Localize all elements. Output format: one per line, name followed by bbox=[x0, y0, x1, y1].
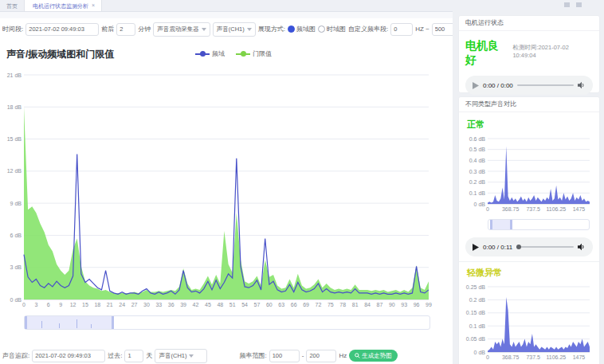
radio-selected-icon bbox=[288, 25, 295, 33]
player-progress[interactable] bbox=[516, 246, 574, 248]
radio-frequency-domain[interactable]: 频域图 bbox=[288, 25, 316, 33]
svg-text:72: 72 bbox=[316, 302, 322, 307]
normal-datazoom-slider[interactable] bbox=[488, 219, 590, 230]
svg-text:66: 66 bbox=[291, 302, 297, 307]
svg-text:1475: 1475 bbox=[573, 354, 586, 360]
query-toolbar: 时间段: 前后 分钟 声音震动采集器 声音(CH1) 展现方式: 频域图 时域图… bbox=[2, 22, 452, 37]
display-mode-label: 展现方式: bbox=[258, 25, 285, 33]
svg-text:30: 30 bbox=[143, 302, 150, 307]
generate-trend-button[interactable]: 生成走势图 bbox=[349, 350, 398, 362]
past-label: 过去: bbox=[108, 351, 122, 360]
svg-text:0.05 dB: 0.05 dB bbox=[466, 336, 485, 342]
legend-item-threshold[interactable]: 门限值 bbox=[236, 49, 272, 58]
hz-unit-label: Hz bbox=[339, 352, 347, 359]
audio-player-normal[interactable]: 0:00 / 0:11 bbox=[465, 237, 593, 256]
datazoom-selected-range[interactable] bbox=[25, 316, 114, 329]
datetime-input[interactable] bbox=[25, 23, 99, 36]
track-datetime-input[interactable] bbox=[32, 350, 105, 362]
sound-track-toolbar: 声音追踪: 过去: 天 声音(CH1) 频率范围: - Hz 生成走势图 bbox=[2, 348, 449, 363]
svg-text:0.15 dB: 0.15 dB bbox=[466, 310, 485, 315]
normal-datazoom-range[interactable] bbox=[490, 220, 512, 229]
range-dash: - bbox=[302, 352, 304, 359]
radio-time-domain[interactable]: 时域图 bbox=[318, 25, 346, 33]
player-knob[interactable] bbox=[516, 245, 521, 249]
svg-text:0.3 dB: 0.3 dB bbox=[469, 169, 486, 174]
past-days-input[interactable] bbox=[124, 350, 143, 362]
svg-text:0.1 dB: 0.1 dB bbox=[469, 323, 486, 329]
radio-time-label: 时域图 bbox=[327, 25, 346, 33]
range-from-input[interactable] bbox=[269, 350, 300, 362]
svg-text:9 dB: 9 dB bbox=[10, 201, 22, 206]
tab-motor-status[interactable]: 电机运行状态监测分析 × bbox=[24, 0, 102, 11]
svg-text:0 dB: 0 dB bbox=[10, 297, 22, 303]
player-progress[interactable] bbox=[517, 84, 574, 86]
divider bbox=[459, 261, 599, 262]
svg-text:57: 57 bbox=[254, 302, 261, 307]
svg-text:93: 93 bbox=[401, 302, 407, 307]
svg-text:24: 24 bbox=[119, 302, 125, 307]
svg-text:51: 51 bbox=[229, 302, 236, 307]
svg-text:15: 15 bbox=[82, 302, 88, 307]
compare-header: 不同类型声音对比 bbox=[459, 97, 599, 112]
legend-label: 频域 bbox=[212, 49, 225, 58]
svg-text:39: 39 bbox=[180, 302, 186, 307]
window-icon[interactable] bbox=[564, 2, 570, 7]
generate-trend-label: 生成走势图 bbox=[362, 352, 392, 360]
svg-text:0: 0 bbox=[486, 354, 489, 360]
datazoom-slider[interactable] bbox=[24, 315, 430, 330]
motor-status-card: 电机运行状态 电机良好 检测时间:2021-07-02 10:49:04 0:0… bbox=[459, 16, 599, 92]
hz-from-label: HZ ~ bbox=[415, 25, 429, 33]
around-minutes-input[interactable] bbox=[116, 23, 135, 36]
chevron-down-icon bbox=[247, 28, 252, 31]
audio-player-current[interactable]: 0:00 / 0:00 bbox=[465, 76, 593, 95]
svg-text:0 dB: 0 dB bbox=[474, 202, 486, 207]
svg-text:63: 63 bbox=[278, 302, 284, 307]
radio-frequency-label: 频域图 bbox=[296, 25, 316, 33]
volume-icon[interactable] bbox=[578, 81, 586, 89]
svg-text:737.5: 737.5 bbox=[526, 206, 540, 212]
legend-label: 门限值 bbox=[253, 49, 272, 58]
motor-status-badge: 电机良好 bbox=[465, 39, 509, 68]
svg-text:368.75: 368.75 bbox=[502, 206, 520, 212]
legend-marker-icon bbox=[195, 51, 210, 57]
tab-close-icon[interactable]: × bbox=[92, 2, 95, 8]
svg-text:1475: 1475 bbox=[573, 206, 586, 212]
svg-text:6: 6 bbox=[47, 302, 50, 307]
svg-text:48: 48 bbox=[217, 302, 223, 307]
tab-home[interactable]: 首页 bbox=[0, 0, 24, 11]
band-from-input[interactable] bbox=[390, 23, 413, 36]
svg-text:737.5: 737.5 bbox=[526, 354, 540, 360]
minutes-label: 分钟 bbox=[138, 25, 151, 33]
channel-select[interactable]: 声音(CH1) bbox=[213, 22, 256, 37]
svg-text:0: 0 bbox=[22, 302, 25, 307]
svg-text:0.6 dB: 0.6 dB bbox=[469, 136, 486, 142]
titlebar-icons bbox=[564, 2, 582, 7]
play-icon[interactable] bbox=[473, 244, 479, 251]
normal-sound-chart: 0 dB0.1 dB0.2 dB0.3 dB0.4 dB0.5 dB0.6 dB… bbox=[461, 132, 594, 217]
track-channel-select[interactable]: 声音(CH1) bbox=[155, 349, 207, 363]
window-icon[interactable] bbox=[576, 2, 582, 7]
svg-text:0.2 dB: 0.2 dB bbox=[469, 297, 486, 303]
normal-label: 正常 bbox=[459, 112, 599, 131]
collector-select[interactable]: 声音震动采集器 bbox=[153, 22, 210, 37]
svg-text:0.2 dB: 0.2 dB bbox=[469, 179, 486, 185]
legend-item-frequency[interactable]: 频域 bbox=[195, 49, 225, 58]
range-to-input[interactable] bbox=[306, 350, 336, 362]
frequency-range-label: 频率范围: bbox=[239, 351, 266, 360]
status-row: 电机良好 检测时间:2021-07-02 10:49:04 bbox=[459, 31, 599, 69]
svg-text:0: 0 bbox=[486, 206, 489, 212]
svg-text:33: 33 bbox=[155, 302, 162, 307]
svg-text:78: 78 bbox=[339, 302, 346, 307]
motor-status-header: 电机运行状态 bbox=[459, 16, 599, 31]
play-icon[interactable] bbox=[473, 82, 479, 89]
sound-track-label: 声音追踪: bbox=[2, 351, 29, 360]
svg-text:1106.25: 1106.25 bbox=[546, 206, 566, 212]
svg-text:84: 84 bbox=[364, 302, 371, 307]
main-frequency-chart: 0 dB3 dB6 dB9 dB12 dB15 dB18 dB21 dB0369… bbox=[0, 62, 438, 315]
tab-label: 电机运行状态监测分析 bbox=[33, 2, 88, 10]
svg-text:12 dB: 12 dB bbox=[7, 168, 22, 174]
svg-text:3: 3 bbox=[34, 302, 37, 307]
svg-text:42: 42 bbox=[193, 302, 199, 307]
player-time: 0:00 / 0:00 bbox=[483, 82, 513, 89]
volume-icon[interactable] bbox=[578, 243, 586, 251]
